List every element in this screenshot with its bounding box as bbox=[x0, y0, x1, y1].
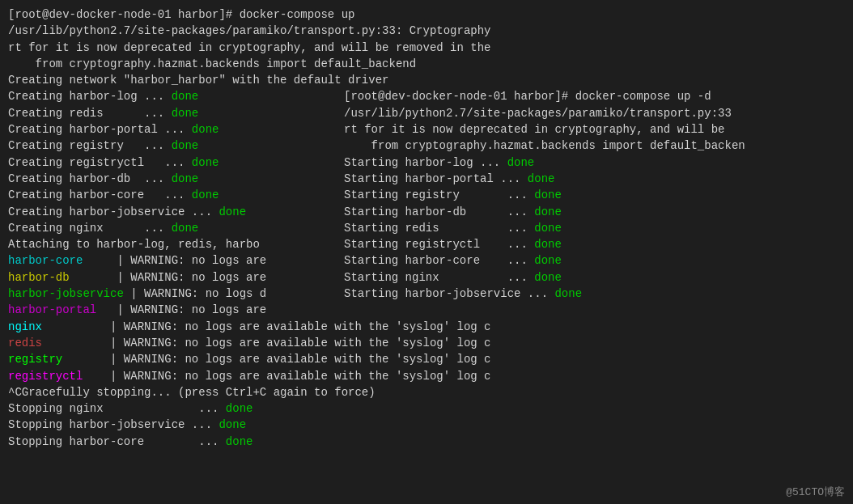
bottom-line-2: Stopping nginx ... done bbox=[8, 400, 845, 417]
warn-left-3: harbor-jobservice | WARNING: no logs d bbox=[8, 286, 340, 302]
watermark: @51CTO博客 bbox=[786, 485, 845, 499]
left-line-9: Creating nginx ... done bbox=[8, 220, 340, 236]
bottom-line-1: ^CGracefully stopping... (press Ctrl+C a… bbox=[8, 384, 845, 400]
left-line-4: Creating registry ... done bbox=[8, 138, 340, 154]
right-line-4: from cryptography.hazmat.backends import… bbox=[344, 138, 845, 154]
right-line-6: Starting harbor-portal ... done bbox=[344, 171, 845, 187]
left-line-6: Creating harbor-db ... done bbox=[8, 171, 340, 187]
left-line-2: Creating redis ... done bbox=[8, 105, 340, 121]
done-8: done bbox=[219, 205, 246, 218]
right-line-13: Starting harbor-jobservice ... done bbox=[344, 286, 845, 302]
done-7: done bbox=[192, 188, 219, 201]
line-1: [root@dev-docker-node-01 harbor]# docker… bbox=[8, 6, 845, 23]
done-6: done bbox=[172, 172, 199, 185]
right-line-12: Starting nginx ... done bbox=[344, 269, 845, 286]
warn-left-8: registryctl | WARNING: no logs are avail… bbox=[8, 368, 340, 384]
bottom-line-3: Stopping harbor-jobservice ... done bbox=[8, 417, 845, 433]
left-column: Creating harbor-log ... done Creating re… bbox=[8, 88, 340, 383]
right-column: [root@dev-docker-node-01 harbor]# docker… bbox=[340, 88, 845, 383]
done-1: done bbox=[172, 90, 199, 103]
done-2: done bbox=[172, 107, 199, 120]
done-4: done bbox=[172, 139, 199, 152]
right-line-9: Starting redis ... done bbox=[344, 220, 845, 236]
right-line-1: [root@dev-docker-node-01 harbor]# docker… bbox=[344, 88, 845, 104]
right-line-5: Starting harbor-log ... done bbox=[344, 155, 845, 171]
right-line-3: rt for it is now deprecated in cryptogra… bbox=[344, 121, 845, 138]
right-line-8: Starting harbor-db ... done bbox=[344, 204, 845, 220]
left-line-5: Creating registryctl ... done bbox=[8, 155, 340, 171]
warn-left-7: registry | WARNING: no logs are availabl… bbox=[8, 351, 340, 367]
line-2: /usr/lib/python2.7/site-packages/paramik… bbox=[8, 23, 845, 39]
done-5: done bbox=[192, 156, 219, 169]
line-5: Creating network "harbor_harbor" with th… bbox=[8, 72, 845, 88]
right-line-2: /usr/lib/python2.7/site-packages/paramik… bbox=[344, 105, 845, 121]
right-line-11: Starting harbor-core ... done bbox=[344, 252, 845, 269]
terminal: [root@dev-docker-node-01 harbor]# docker… bbox=[0, 0, 853, 504]
warn-left-6: redis | WARNING: no logs are available w… bbox=[8, 335, 340, 351]
warn-left-4: harbor-portal | WARNING: no logs are bbox=[8, 302, 340, 318]
left-line-3: Creating harbor-portal ... done bbox=[8, 121, 340, 138]
right-line-10: Starting registryctl ... done bbox=[344, 236, 845, 252]
left-line-8: Creating harbor-jobservice ... done bbox=[8, 204, 340, 220]
done-9: done bbox=[172, 222, 199, 235]
left-line-10: Attaching to harbor-log, redis, harbo bbox=[8, 236, 340, 252]
left-line-1: Creating harbor-log ... done bbox=[8, 88, 340, 104]
line-3: rt for it is now deprecated in cryptogra… bbox=[8, 40, 845, 56]
warn-left-2: harbor-db | WARNING: no logs are bbox=[8, 269, 340, 286]
two-col-section: Creating harbor-log ... done Creating re… bbox=[8, 88, 845, 383]
warn-left-5: nginx | WARNING: no logs are available w… bbox=[8, 319, 340, 335]
left-line-7: Creating harbor-core ... done bbox=[8, 187, 340, 203]
right-line-7: Starting registry ... done bbox=[344, 187, 845, 203]
bottom-line-4: Stopping harbor-core ... done bbox=[8, 434, 845, 450]
warn-left-1: harbor-core | WARNING: no logs are bbox=[8, 252, 340, 269]
line-4: from cryptography.hazmat.backends import… bbox=[8, 56, 845, 72]
done-3: done bbox=[192, 123, 219, 136]
